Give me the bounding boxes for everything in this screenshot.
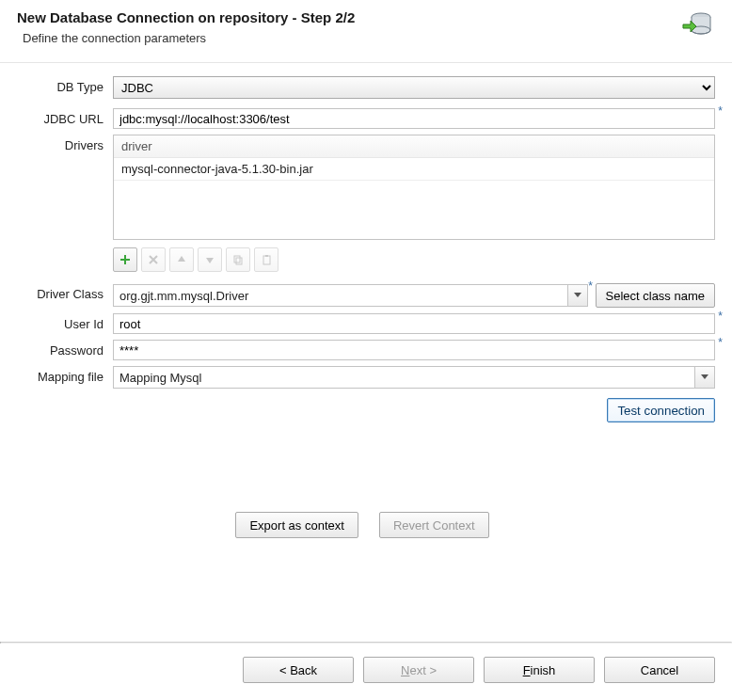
mappingfile-value: Mapping Mysql: [114, 371, 694, 385]
svg-rect-5: [236, 258, 242, 264]
svg-rect-7: [265, 255, 268, 257]
driverclass-label: Driver Class: [9, 283, 113, 301]
driver-row[interactable]: mysql-connector-java-5.1.30-bin.jar: [114, 158, 714, 181]
drivers-toolbar: [113, 247, 715, 272]
move-down-button[interactable]: [198, 247, 222, 272]
userid-input[interactable]: [113, 313, 715, 334]
finish-button[interactable]: Finish: [484, 657, 595, 683]
dbtype-select[interactable]: JDBC: [113, 76, 715, 99]
mappingfile-label: Mapping file: [9, 366, 113, 384]
required-marker: *: [718, 104, 723, 118]
wizard-footer: < Back Next > Finish Cancel: [0, 644, 732, 700]
password-input[interactable]: [113, 340, 715, 360]
required-marker: *: [718, 310, 723, 323]
test-connection-button[interactable]: Test connection: [607, 398, 715, 422]
chevron-down-icon[interactable]: [567, 285, 587, 306]
mappingfile-combo[interactable]: Mapping Mysql: [113, 366, 715, 389]
select-class-button[interactable]: Select class name: [596, 283, 716, 308]
jdbcurl-label: JDBC URL: [9, 108, 113, 126]
required-marker: *: [718, 336, 723, 349]
copy-button[interactable]: [226, 247, 250, 272]
move-up-button[interactable]: [169, 247, 194, 272]
cancel-button[interactable]: Cancel: [604, 657, 715, 683]
back-button[interactable]: < Back: [243, 657, 354, 683]
next-button: Next >: [363, 657, 474, 683]
userid-label: User Id: [9, 313, 113, 331]
wizard-header: New Database Connection on repository - …: [0, 0, 732, 63]
dbtype-label: DB Type: [9, 76, 113, 94]
export-context-button[interactable]: Export as context: [235, 512, 358, 538]
svg-rect-6: [263, 256, 270, 264]
database-icon: [681, 11, 713, 42]
svg-rect-4: [234, 256, 240, 262]
drivers-label: Drivers: [9, 135, 113, 152]
wizard-subtitle: Define the connection parameters: [23, 31, 355, 45]
jdbcurl-input[interactable]: [113, 108, 715, 129]
add-driver-button[interactable]: [113, 247, 137, 272]
driverclass-value: org.gjt.mm.mysql.Driver: [114, 289, 567, 303]
required-marker: *: [588, 279, 593, 293]
wizard-title: New Database Connection on repository - …: [17, 9, 355, 25]
revert-context-button: Revert Context: [379, 512, 489, 538]
svg-rect-3: [120, 259, 130, 261]
password-label: Password: [9, 340, 113, 358]
paste-button[interactable]: [254, 247, 278, 272]
remove-driver-button[interactable]: [141, 247, 166, 272]
driverclass-combo[interactable]: org.gjt.mm.mysql.Driver: [113, 284, 588, 307]
chevron-down-icon[interactable]: [694, 367, 714, 388]
drivers-list[interactable]: driver mysql-connector-java-5.1.30-bin.j…: [113, 135, 715, 240]
drivers-column-header: driver: [114, 135, 714, 158]
